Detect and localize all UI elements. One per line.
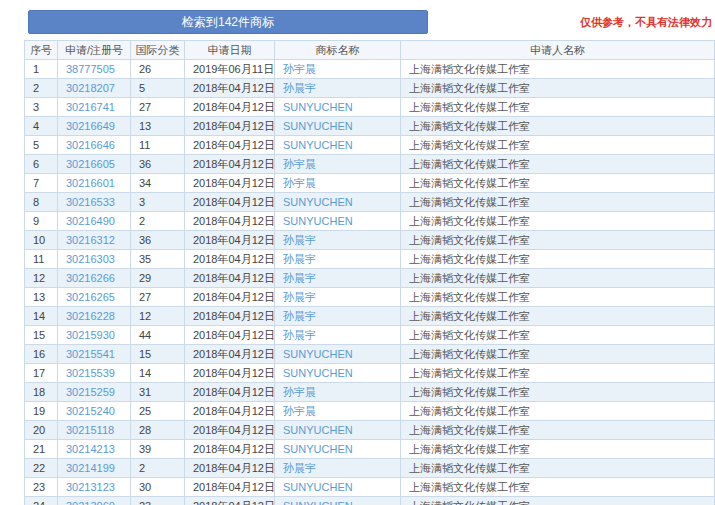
- application-number-cell[interactable]: 30216649: [58, 117, 131, 136]
- seq-cell: 18: [25, 383, 58, 402]
- column-header-applicant-name: 申请人名称: [401, 41, 715, 60]
- trademark-name-cell[interactable]: 孙宇晨: [275, 402, 401, 421]
- table-row: 23021820752018年04月12日孙晨宇上海满韬文化传媒工作室: [25, 79, 715, 98]
- seq-cell: 12: [25, 269, 58, 288]
- trademark-name-cell[interactable]: SUNYUCHEN: [275, 193, 401, 212]
- trademark-name-cell[interactable]: SUNYUCHEN: [275, 364, 401, 383]
- application-number-cell[interactable]: 30216266: [58, 269, 131, 288]
- seq-cell: 10: [25, 231, 58, 250]
- application-date-cell: 2018年04月12日: [185, 79, 275, 98]
- trademark-name-cell[interactable]: SUNYUCHEN: [275, 117, 401, 136]
- table-row: 2430213060232018年04月12日SUNYUCHEN上海满韬文化传媒…: [25, 497, 715, 505]
- application-number-cell[interactable]: 30216228: [58, 307, 131, 326]
- application-date-cell: 2018年04月12日: [185, 250, 275, 269]
- application-number-cell[interactable]: 30213123: [58, 478, 131, 497]
- applicant-name-cell: 上海满韬文化传媒工作室: [401, 383, 715, 402]
- applicant-name-cell: 上海满韬文化传媒工作室: [401, 117, 715, 136]
- results-table-body: 138777505262019年06月11日孙宇晨上海满韬文化传媒工作室2302…: [25, 60, 715, 505]
- applicant-name-cell: 上海满韬文化传媒工作室: [401, 174, 715, 193]
- seq-cell: 21: [25, 440, 58, 459]
- application-number-cell[interactable]: 38777505: [58, 60, 131, 79]
- applicant-name-cell: 上海满韬文化传媒工作室: [401, 478, 715, 497]
- result-count-banner[interactable]: 检索到142件商标: [28, 10, 428, 34]
- applicant-name-cell: 上海满韬文化传媒工作室: [401, 326, 715, 345]
- trademark-name-cell[interactable]: 孙晨宇: [275, 250, 401, 269]
- trademark-name-cell[interactable]: 孙晨宇: [275, 326, 401, 345]
- application-number-cell[interactable]: 30216303: [58, 250, 131, 269]
- column-header-application-number: 申请/注册号: [58, 41, 131, 60]
- application-number-cell[interactable]: 30216646: [58, 136, 131, 155]
- application-date-cell: 2018年04月12日: [185, 212, 275, 231]
- table-row: 223021419922018年04月12日孙晨宇上海满韬文化传媒工作室: [25, 459, 715, 478]
- trademark-name-cell[interactable]: 孙宇晨: [275, 60, 401, 79]
- table-row: 1330216265272018年04月12日孙晨宇上海满韬文化传媒工作室: [25, 288, 715, 307]
- trademark-name-cell[interactable]: SUNYUCHEN: [275, 136, 401, 155]
- trademark-name-cell[interactable]: SUNYUCHEN: [275, 497, 401, 505]
- application-number-cell[interactable]: 30215541: [58, 345, 131, 364]
- trademark-name-cell[interactable]: SUNYUCHEN: [275, 212, 401, 231]
- table-row: 330216741272018年04月12日SUNYUCHEN上海满韬文化传媒工…: [25, 98, 715, 117]
- application-number-cell[interactable]: 30215930: [58, 326, 131, 345]
- seq-cell: 4: [25, 117, 58, 136]
- seq-cell: 20: [25, 421, 58, 440]
- application-date-cell: 2018年04月12日: [185, 383, 275, 402]
- application-number-cell[interactable]: 30216490: [58, 212, 131, 231]
- application-number-cell[interactable]: 30216601: [58, 174, 131, 193]
- table-row: 1730215539142018年04月12日SUNYUCHEN上海满韬文化传媒…: [25, 364, 715, 383]
- column-header-seq: 序号: [25, 41, 58, 60]
- intl-class-cell: 2: [131, 459, 185, 478]
- trademark-name-cell[interactable]: 孙晨宇: [275, 231, 401, 250]
- application-number-cell[interactable]: 30216312: [58, 231, 131, 250]
- application-number-cell[interactable]: 30216605: [58, 155, 131, 174]
- trademark-name-cell[interactable]: 孙宇晨: [275, 383, 401, 402]
- application-date-cell: 2019年06月11日: [185, 60, 275, 79]
- application-date-cell: 2018年04月12日: [185, 117, 275, 136]
- trademark-search-results-page: 检索到142件商标 仅供参考，不具有法律效力 序号 申请/注册号 国际分类 申请…: [0, 0, 715, 505]
- trademark-name-cell[interactable]: SUNYUCHEN: [275, 98, 401, 117]
- applicant-name-cell: 上海满韬文化传媒工作室: [401, 307, 715, 326]
- application-number-cell[interactable]: 30215259: [58, 383, 131, 402]
- table-row: 430216649132018年04月12日SUNYUCHEN上海满韬文化传媒工…: [25, 117, 715, 136]
- trademark-name-cell[interactable]: 孙晨宇: [275, 79, 401, 98]
- trademark-name-cell[interactable]: 孙宇晨: [275, 174, 401, 193]
- trademark-name-cell[interactable]: SUNYUCHEN: [275, 421, 401, 440]
- seq-cell: 24: [25, 497, 58, 505]
- intl-class-cell: 36: [131, 155, 185, 174]
- application-number-cell[interactable]: 30215118: [58, 421, 131, 440]
- applicant-name-cell: 上海满韬文化传媒工作室: [401, 288, 715, 307]
- application-number-cell[interactable]: 30216265: [58, 288, 131, 307]
- application-date-cell: 2018年04月12日: [185, 269, 275, 288]
- trademark-name-cell[interactable]: 孙晨宇: [275, 288, 401, 307]
- seq-cell: 8: [25, 193, 58, 212]
- seq-cell: 5: [25, 136, 58, 155]
- application-number-cell[interactable]: 30213060: [58, 497, 131, 505]
- table-row: 1530215930442018年04月12日孙晨宇上海满韬文化传媒工作室: [25, 326, 715, 345]
- intl-class-cell: 28: [131, 421, 185, 440]
- legal-disclaimer-text: 仅供参考，不具有法律效力: [580, 10, 712, 34]
- trademark-name-cell[interactable]: SUNYUCHEN: [275, 345, 401, 364]
- trademark-name-cell[interactable]: 孙晨宇: [275, 307, 401, 326]
- application-number-cell[interactable]: 30214213: [58, 440, 131, 459]
- application-date-cell: 2018年04月12日: [185, 174, 275, 193]
- trademark-name-cell[interactable]: SUNYUCHEN: [275, 478, 401, 497]
- application-number-cell[interactable]: 30215539: [58, 364, 131, 383]
- seq-cell: 16: [25, 345, 58, 364]
- application-number-cell[interactable]: 30216533: [58, 193, 131, 212]
- application-date-cell: 2018年04月12日: [185, 459, 275, 478]
- trademark-name-cell[interactable]: 孙晨宇: [275, 269, 401, 288]
- application-date-cell: 2018年04月12日: [185, 193, 275, 212]
- seq-cell: 13: [25, 288, 58, 307]
- application-date-cell: 2018年04月12日: [185, 345, 275, 364]
- trademark-name-cell[interactable]: 孙晨宇: [275, 459, 401, 478]
- applicant-name-cell: 上海满韬文化传媒工作室: [401, 250, 715, 269]
- seq-cell: 11: [25, 250, 58, 269]
- table-row: 730216601342018年04月12日孙宇晨上海满韬文化传媒工作室: [25, 174, 715, 193]
- application-number-cell[interactable]: 30214199: [58, 459, 131, 478]
- applicant-name-cell: 上海满韬文化传媒工作室: [401, 364, 715, 383]
- applicant-name-cell: 上海满韬文化传媒工作室: [401, 497, 715, 505]
- application-number-cell[interactable]: 30216741: [58, 98, 131, 117]
- trademark-name-cell[interactable]: SUNYUCHEN: [275, 440, 401, 459]
- trademark-name-cell[interactable]: 孙宇晨: [275, 155, 401, 174]
- application-number-cell[interactable]: 30215240: [58, 402, 131, 421]
- application-number-cell[interactable]: 30218207: [58, 79, 131, 98]
